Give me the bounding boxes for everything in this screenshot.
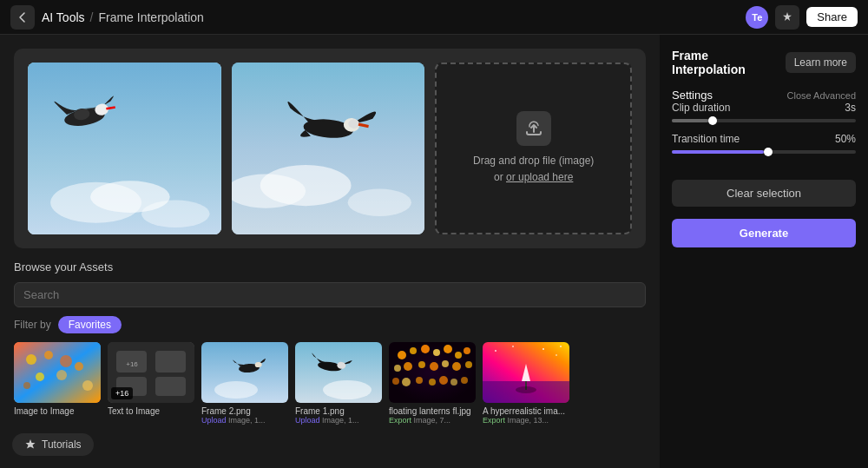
- svg-point-20: [75, 362, 83, 371]
- nav-right: Te Share: [746, 5, 858, 30]
- svg-point-34: [323, 380, 372, 399]
- svg-point-68: [560, 346, 562, 347]
- svg-point-48: [430, 362, 438, 371]
- svg-rect-27: [155, 377, 186, 396]
- back-button[interactable]: [10, 5, 35, 30]
- svg-point-39: [410, 347, 417, 354]
- image-slot-1[interactable]: [28, 63, 221, 234]
- svg-point-50: [452, 362, 461, 371]
- transition-time-thumb[interactable]: [764, 148, 773, 156]
- avatar: Te: [746, 6, 768, 29]
- settings-title: Settings: [672, 89, 713, 102]
- asset-badge-upload-3: Upload: [201, 416, 227, 425]
- upload-link[interactable]: or upload here: [506, 171, 573, 183]
- svg-point-55: [429, 379, 436, 386]
- nav-left: AI Tools / Frame Interpolation: [10, 5, 204, 30]
- svg-point-54: [416, 377, 423, 384]
- breadcrumb-ai-tools[interactable]: AI Tools: [42, 10, 85, 24]
- upload-main-text: Drag and drop file (image): [473, 153, 594, 169]
- asset-meta-6: Export Image, 13...: [483, 416, 569, 425]
- bird-scene-background-2: [232, 63, 425, 234]
- sparkle-button[interactable]: [775, 5, 799, 30]
- svg-point-52: [392, 378, 399, 385]
- panel-header: Frame Interpolation Learn more: [672, 49, 856, 76]
- asset-meta-3: Upload Image, 1...: [201, 416, 288, 425]
- asset-card-text-to-image[interactable]: +16 +16 Text to Image: [108, 342, 194, 425]
- transition-time-label-row: Transition time 50%: [672, 133, 856, 145]
- asset-meta-5: Export Image, 7...: [389, 416, 476, 425]
- generate-button[interactable]: Generate: [672, 219, 856, 247]
- svg-point-9: [260, 165, 351, 206]
- transition-time-fill: [672, 150, 764, 154]
- svg-point-47: [418, 361, 425, 368]
- svg-point-67: [556, 354, 557, 356]
- asset-name-6: A hyperrealistic ima...: [483, 406, 569, 416]
- svg-point-56: [439, 376, 448, 385]
- svg-point-17: [60, 355, 72, 367]
- svg-point-42: [444, 345, 452, 353]
- tutorials-button[interactable]: Tutorials: [12, 433, 94, 456]
- svg-point-49: [442, 360, 449, 367]
- asset-card-image-to-image[interactable]: Image to Image: [14, 342, 101, 425]
- transition-time-value: 50%: [835, 133, 856, 145]
- assets-section: Browse your Assets Filter by Favorites: [14, 260, 646, 425]
- svg-point-3: [141, 201, 210, 227]
- bird-scene-background-1: [28, 63, 221, 234]
- svg-point-10: [347, 188, 411, 215]
- tutorials-icon: [24, 438, 36, 451]
- clip-duration-label-row: Clip duration 3s: [672, 102, 856, 114]
- breadcrumb-current: Frame Interpolation: [98, 10, 203, 24]
- transition-time-setting: Transition time 50%: [672, 133, 856, 154]
- right-panel: Frame Interpolation Learn more Settings …: [660, 35, 868, 468]
- search-input[interactable]: [14, 282, 646, 307]
- asset-card-frame1[interactable]: Frame 1.png Upload Image, 1...: [295, 342, 382, 425]
- clip-duration-slider[interactable]: [672, 119, 856, 122]
- settings-section: Settings Close Advanced Clip duration 3s…: [672, 89, 856, 164]
- svg-text:+16: +16: [126, 360, 138, 368]
- svg-point-43: [455, 352, 462, 359]
- asset-card-hyperrealistic[interactable]: A hyperrealistic ima... Export Image, 13…: [483, 342, 569, 425]
- assets-title: Browse your Assets: [14, 260, 646, 274]
- svg-point-40: [421, 345, 430, 353]
- asset-thumb-5: [389, 342, 476, 403]
- learn-more-button[interactable]: Learn more: [786, 52, 856, 73]
- clip-duration-fill: [672, 119, 708, 122]
- clip-duration-value: 3s: [845, 102, 856, 114]
- favorites-filter-chip[interactable]: Favorites: [58, 316, 122, 333]
- asset-card-frame2[interactable]: Frame 2.png Upload Image, 1...: [201, 342, 288, 425]
- svg-point-63: [516, 386, 536, 393]
- asset-thumb-4: [295, 342, 382, 403]
- main-content: Drag and drop file (image) or or upload …: [0, 35, 868, 468]
- clip-duration-setting: Clip duration 3s: [672, 102, 856, 122]
- share-button[interactable]: Share: [806, 7, 858, 27]
- clear-selection-button[interactable]: Clear selection: [672, 180, 856, 207]
- svg-point-64: [495, 350, 496, 352]
- asset-badge-count: +16: [111, 387, 133, 399]
- asset-name-4: Frame 1.png: [295, 406, 382, 416]
- clip-duration-label: Clip duration: [672, 102, 730, 114]
- svg-point-45: [394, 365, 401, 372]
- image-slot-2[interactable]: [232, 63, 425, 234]
- asset-badge-export-5: Export: [389, 416, 411, 425]
- asset-card-lanterns[interactable]: floating lanterns fl.jpg Export Image, 7…: [389, 342, 476, 425]
- svg-point-15: [26, 354, 36, 365]
- transition-time-slider[interactable]: [672, 150, 856, 154]
- asset-thumb-6: [483, 342, 569, 403]
- svg-point-53: [402, 378, 411, 386]
- asset-thumb-1: [14, 342, 101, 403]
- transition-time-label: Transition time: [672, 133, 740, 145]
- svg-point-21: [23, 382, 30, 389]
- canvas-area: Drag and drop file (image) or or upload …: [14, 49, 646, 248]
- panel-title: Frame Interpolation: [672, 49, 786, 76]
- filter-row: Filter by Favorites: [14, 316, 646, 333]
- clip-duration-thumb[interactable]: [708, 116, 717, 125]
- upload-slot[interactable]: Drag and drop file (image) or or upload …: [435, 63, 632, 234]
- asset-thumb-3: [201, 342, 288, 403]
- svg-point-18: [36, 372, 44, 381]
- asset-badge-export-6: Export: [483, 416, 505, 425]
- svg-point-44: [464, 347, 470, 354]
- svg-point-46: [404, 362, 412, 371]
- top-nav: AI Tools / Frame Interpolation Te Share: [0, 0, 868, 35]
- close-advanced-button[interactable]: Close Advanced: [787, 90, 857, 101]
- svg-point-65: [512, 346, 514, 347]
